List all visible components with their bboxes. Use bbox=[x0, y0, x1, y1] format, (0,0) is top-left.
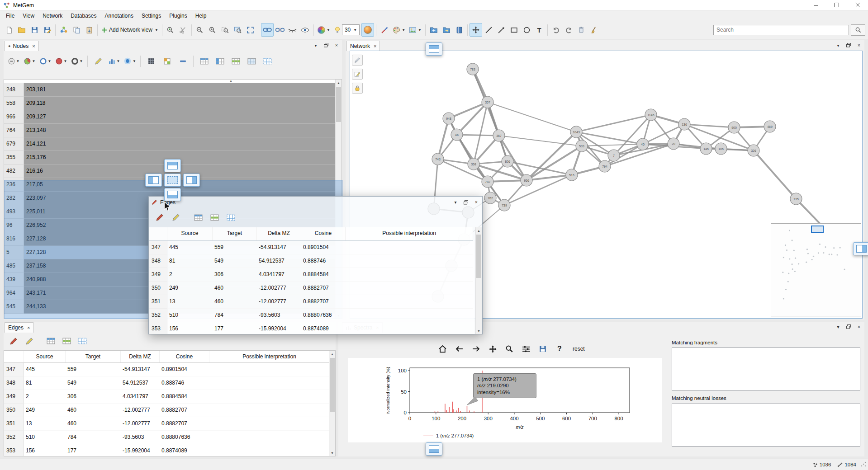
menu-item-file[interactable]: File bbox=[2, 11, 19, 20]
search-input[interactable] bbox=[713, 25, 849, 35]
network-node[interactable]: 7 bbox=[608, 150, 620, 161]
donut-style-button[interactable]: ▼ bbox=[70, 54, 84, 68]
edges-table-row[interactable]: 34923064.03417970.8884584 bbox=[4, 390, 335, 404]
network-node[interactable]: 806 bbox=[502, 155, 513, 167]
nodes-tab[interactable]: ● Nodes × bbox=[5, 41, 39, 51]
menu-item-annotations[interactable]: Annotations bbox=[101, 11, 138, 20]
spectrum-figure[interactable]: 0100200300400500600700800050100Normalize… bbox=[348, 358, 662, 442]
show-selected-columns-button[interactable] bbox=[59, 334, 74, 348]
search-standards-button[interactable] bbox=[164, 23, 177, 37]
dock-close-icon[interactable]: × bbox=[856, 324, 862, 330]
edit-annotations-button[interactable] bbox=[352, 55, 363, 66]
network-tab-close-icon[interactable]: × bbox=[374, 43, 376, 49]
floating-edges-window[interactable]: Edges ▾ × SourceTargetDelta MZCosinePoss… bbox=[148, 196, 483, 334]
color-nodes-button[interactable]: ▼ bbox=[316, 23, 332, 37]
import-project-button[interactable] bbox=[427, 23, 440, 37]
help-button[interactable]: ? bbox=[553, 343, 566, 355]
pan-button[interactable] bbox=[486, 343, 499, 355]
row-header[interactable]: 355 bbox=[4, 151, 24, 164]
reset-columns-button[interactable] bbox=[75, 334, 90, 348]
reset-button[interactable]: reset bbox=[569, 344, 588, 354]
home-button[interactable] bbox=[436, 343, 449, 355]
floating-window-titlebar[interactable]: Edges ▾ × bbox=[149, 197, 482, 208]
network-node[interactable]: 367 bbox=[493, 130, 505, 141]
row-header[interactable]: 679 bbox=[4, 137, 24, 151]
zoom-fit-button[interactable] bbox=[219, 23, 232, 37]
minimap-viewport-rect[interactable] bbox=[811, 226, 824, 233]
matching-neutral-losses-box[interactable] bbox=[672, 404, 860, 446]
dock-indicator-bottom[interactable] bbox=[164, 188, 181, 201]
edges-table-row[interactable]: 352510784-93.56030.88807636 bbox=[4, 431, 335, 444]
menu-item-network[interactable]: Network bbox=[38, 11, 66, 20]
network-node[interactable]: 794 bbox=[599, 160, 611, 172]
dock-close-icon[interactable]: × bbox=[856, 42, 862, 48]
menu-item-view[interactable]: View bbox=[19, 11, 38, 20]
network-node[interactable]: 533 bbox=[576, 140, 588, 152]
menu-item-help[interactable]: Help bbox=[191, 11, 211, 20]
edges-table-row[interactable]: 3488154954.9125370.888746 bbox=[149, 254, 474, 268]
row-header[interactable]: 482 bbox=[4, 164, 24, 178]
network-node[interactable]: 105 bbox=[715, 143, 727, 155]
zoom-selection-button[interactable] bbox=[232, 23, 244, 37]
export-project-button[interactable] bbox=[440, 23, 453, 37]
network-node[interactable]: 1043 bbox=[570, 126, 582, 138]
add-network-view-button[interactable]: Add Network view ▼ bbox=[100, 23, 160, 37]
dock-float-icon[interactable] bbox=[323, 42, 329, 48]
node-size-select[interactable]: 30▼ bbox=[342, 24, 360, 35]
network-node[interactable]: 326 bbox=[748, 145, 759, 156]
scroll-down-icon[interactable]: ▼ bbox=[476, 328, 482, 334]
clear-annotations-button[interactable] bbox=[588, 23, 600, 37]
cut-edges-button[interactable] bbox=[177, 23, 190, 37]
scrollbar-thumb[interactable] bbox=[476, 235, 481, 278]
dock-close-icon[interactable]: × bbox=[473, 199, 479, 206]
row-header[interactable]: 764 bbox=[4, 124, 24, 137]
edges-table-row[interactable]: 35113460-12.0027770.8882707 bbox=[149, 295, 474, 309]
network-tab[interactable]: Network × bbox=[346, 41, 380, 51]
neighbors-filter-button[interactable]: ▼ bbox=[6, 54, 21, 68]
menu-item-settings[interactable]: Settings bbox=[138, 11, 165, 20]
show-neighbors-columns-button[interactable] bbox=[213, 54, 227, 68]
subplot-settings-button[interactable] bbox=[519, 343, 533, 355]
ring-color-button[interactable]: ▼ bbox=[38, 54, 52, 68]
network-node[interactable]: 948 bbox=[443, 113, 455, 124]
hide-columns-button[interactable] bbox=[244, 54, 259, 68]
delete-annotation-button[interactable] bbox=[575, 23, 588, 37]
column-header[interactable]: Source bbox=[167, 227, 213, 240]
network-node[interactable]: 783 bbox=[467, 63, 479, 75]
scroll-down-icon[interactable]: ▼ bbox=[329, 450, 335, 456]
scroll-up-icon[interactable]: ▲ bbox=[336, 80, 342, 86]
highlight-nodes-button[interactable] bbox=[91, 54, 105, 68]
menu-item-plugins[interactable]: Plugins bbox=[165, 11, 191, 20]
resize-grip[interactable] bbox=[860, 461, 867, 467]
show-items-button[interactable] bbox=[299, 23, 312, 37]
compute-table-button[interactable] bbox=[144, 54, 158, 68]
scrollbar-thumb[interactable] bbox=[330, 358, 335, 412]
network-node[interactable]: 956 bbox=[521, 174, 532, 186]
import-data-button[interactable] bbox=[57, 23, 70, 37]
edges-table-row[interactable]: 350249460-12.0027770.8882707 bbox=[4, 404, 335, 417]
palette-button[interactable]: ▼ bbox=[391, 23, 407, 37]
edges-table-row[interactable]: 350249460-12.0027770.8882707 bbox=[149, 282, 474, 295]
new-document-button[interactable] bbox=[3, 23, 15, 37]
reset-columns-button[interactable] bbox=[260, 54, 275, 68]
network-node[interactable]: 735 bbox=[790, 193, 802, 205]
network-node[interactable]: 743 bbox=[432, 153, 444, 165]
dock-float-icon[interactable] bbox=[463, 199, 469, 206]
lock-view-button[interactable] bbox=[352, 83, 363, 94]
edges-table-row[interactable]: 35113460-12.0027770.8882707 bbox=[4, 417, 335, 431]
close-button[interactable] bbox=[847, 0, 868, 11]
dock-close-icon[interactable]: × bbox=[333, 42, 340, 48]
mz-cell[interactable]: 209,118 bbox=[24, 97, 336, 110]
import-metadata-button[interactable] bbox=[70, 23, 83, 37]
dock-indicator-left[interactable] bbox=[145, 174, 162, 187]
mz-cell[interactable]: 203,181 bbox=[24, 83, 336, 97]
column-header[interactable]: Delta MZ bbox=[121, 351, 160, 362]
show-selected-columns-button[interactable] bbox=[207, 210, 222, 225]
nodes-table-row[interactable]: 248203,181 bbox=[4, 83, 342, 97]
draw-rect-button[interactable] bbox=[508, 23, 520, 37]
mz-cell[interactable]: 213,148 bbox=[24, 124, 336, 137]
glow-selection-button[interactable]: ▼ bbox=[123, 54, 137, 68]
reset-columns-button[interactable] bbox=[223, 210, 238, 225]
dock-float-icon[interactable] bbox=[845, 324, 852, 330]
draw-annotation-button[interactable] bbox=[352, 69, 363, 80]
